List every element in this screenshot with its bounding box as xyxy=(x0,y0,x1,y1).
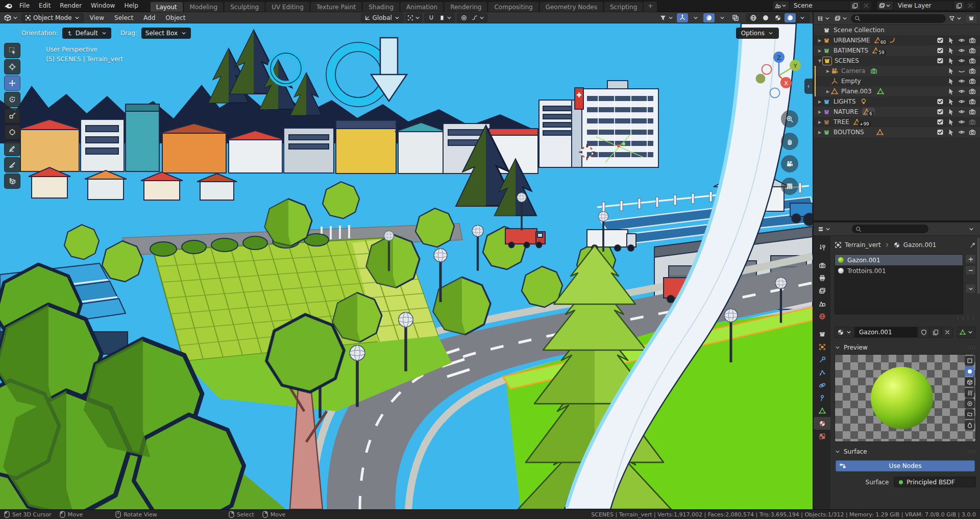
outliner-row-nature[interactable]: ▶ NATURE 6 xyxy=(814,107,980,117)
tab-tool[interactable] xyxy=(814,241,830,254)
tool-select-box[interactable] xyxy=(4,43,20,58)
drag-handle-icon[interactable]: :::: xyxy=(968,345,976,350)
outliner-row-batiments[interactable]: ▶ BATIMENTS 59 xyxy=(814,45,980,56)
add-material-slot-button[interactable] xyxy=(965,254,976,264)
camera-view-button[interactable] xyxy=(781,155,798,172)
orientation-dropdown[interactable]: Default xyxy=(62,28,111,39)
unlink-material-button[interactable] xyxy=(941,327,953,338)
navigation-gizmo[interactable]: Z Y X xyxy=(754,50,803,99)
menu-add[interactable]: Add xyxy=(139,13,159,22)
xray-toggle-button[interactable] xyxy=(730,13,741,22)
tab-modeling[interactable]: Modeling xyxy=(184,2,224,12)
tab-object[interactable] xyxy=(814,340,830,353)
proportional-falloff-button[interactable] xyxy=(471,13,486,22)
outliner-filter-button[interactable] xyxy=(948,14,963,23)
tab-layout[interactable]: Layout xyxy=(150,2,183,12)
selectable-icon[interactable] xyxy=(947,98,954,105)
tab-output[interactable] xyxy=(814,271,830,284)
material-slot-trottoirs[interactable]: Trottoirs.001 xyxy=(835,265,963,276)
hide-viewport-icon[interactable] xyxy=(958,47,965,54)
tab-shading[interactable]: Shading xyxy=(362,2,400,12)
outliner-display-mode-button[interactable] xyxy=(834,14,849,23)
gizmo-dropdown-button[interactable] xyxy=(690,13,701,22)
material-slot-gazon[interactable]: Gazon.001 xyxy=(835,255,963,265)
outliner-row-urbanisme[interactable]: ▶ URBANISME 60 xyxy=(814,35,980,45)
selectable-icon[interactable] xyxy=(947,37,954,44)
hide-render-icon[interactable] xyxy=(969,108,976,115)
tab-scripting[interactable]: Scripting xyxy=(604,2,643,12)
outliner-row-lights[interactable]: ▶ LIGHTS xyxy=(814,96,980,107)
tool-move[interactable] xyxy=(4,76,20,91)
hide-render-icon[interactable] xyxy=(969,88,976,95)
hide-render-icon[interactable] xyxy=(969,37,976,44)
tab-constraints[interactable] xyxy=(814,391,830,404)
tab-world[interactable] xyxy=(814,310,830,323)
new-collection-button[interactable] xyxy=(965,14,977,23)
menu-select[interactable]: Select xyxy=(110,13,137,22)
snap-target-button[interactable] xyxy=(438,13,453,22)
hide-viewport-icon[interactable] xyxy=(958,57,965,64)
shading-rendered-button[interactable] xyxy=(785,13,796,22)
hide-viewport-icon[interactable] xyxy=(958,129,965,136)
viewport-3d[interactable]: Orientation: Default Drag: Select Box Op… xyxy=(0,23,813,509)
outliner-row-boutons[interactable]: ▶ BOUTONS xyxy=(814,127,980,137)
hide-render-icon[interactable] xyxy=(969,78,976,85)
preview-section-header[interactable]: Preview :::: xyxy=(835,342,976,353)
shading-dropdown-button[interactable] xyxy=(797,13,808,22)
browse-material-button[interactable] xyxy=(835,327,854,338)
fake-user-button[interactable] xyxy=(918,327,929,338)
overlays-dropdown-button[interactable] xyxy=(717,13,728,22)
hide-viewport-icon[interactable] xyxy=(958,108,965,115)
exclude-checkbox[interactable] xyxy=(937,37,944,44)
tool-measure[interactable] xyxy=(4,157,20,172)
preview-fluid-button[interactable] xyxy=(965,420,974,430)
sidebar-collapse-handle[interactable]: ‹ xyxy=(804,79,813,94)
outliner-search-input[interactable] xyxy=(851,14,946,23)
breadcrumb-material[interactable]: Gazon.001 xyxy=(903,241,937,249)
selectable-icon[interactable] xyxy=(947,67,954,75)
outliner-row-plane-003[interactable]: ▶ Plane.003 xyxy=(814,86,980,96)
tab-physics[interactable] xyxy=(814,379,830,391)
hide-viewport-icon[interactable] xyxy=(958,88,965,95)
tab-sculpting[interactable]: Sculpting xyxy=(224,2,265,12)
shading-solid-button[interactable] xyxy=(760,13,771,22)
material-name-field[interactable]: Gazon.001 xyxy=(854,327,918,338)
pin-icon[interactable] xyxy=(970,242,976,248)
snap-toggle-button[interactable] xyxy=(426,13,437,22)
tab-render[interactable] xyxy=(814,259,830,271)
outliner-row-camera[interactable]: ▶ Camera xyxy=(814,66,980,76)
preview-cloth-button[interactable] xyxy=(965,409,974,419)
tab-uv-editing[interactable]: UV Editing xyxy=(265,2,310,12)
tool-annotate[interactable] xyxy=(4,141,20,156)
selectable-icon[interactable] xyxy=(947,47,954,54)
tab-particles[interactable] xyxy=(814,366,830,379)
selectable-icon[interactable] xyxy=(947,108,954,115)
use-nodes-button[interactable]: Use Nodes xyxy=(836,460,975,472)
tool-cursor[interactable] xyxy=(4,59,20,75)
pan-button[interactable] xyxy=(781,133,798,150)
view-layer-name-field[interactable]: View Layer xyxy=(893,1,953,10)
menu-object[interactable]: Object xyxy=(161,13,189,22)
exclude-checkbox[interactable] xyxy=(937,47,944,54)
show-gizmo-button[interactable] xyxy=(677,13,688,22)
resize-grip-dots[interactable]: ⋮⋮⋮⋮ xyxy=(835,315,976,320)
tab-rendering[interactable]: Rendering xyxy=(444,2,487,12)
outliner-row-scenes[interactable]: ▼ SCENES xyxy=(814,56,980,66)
properties-editor-type-button[interactable] xyxy=(817,225,832,234)
pivot-point-selector[interactable] xyxy=(406,13,422,22)
outliner-row-scene-collection[interactable]: Scene Collection xyxy=(814,25,980,35)
preview-sphere-button[interactable] xyxy=(965,366,974,376)
add-workspace-button[interactable]: + xyxy=(644,2,657,12)
preview-cube-button[interactable] xyxy=(965,377,974,387)
preview-hair-button[interactable] xyxy=(965,388,974,398)
selectable-icon[interactable] xyxy=(947,78,954,85)
tab-animation[interactable]: Animation xyxy=(400,2,444,12)
tab-compositing[interactable]: Compositing xyxy=(488,2,538,12)
menu-window[interactable]: Window xyxy=(86,1,119,11)
properties-search-input[interactable] xyxy=(852,225,928,233)
zoom-button[interactable] xyxy=(781,110,798,128)
hide-render-icon[interactable] xyxy=(969,67,976,75)
view-layer-new-button[interactable] xyxy=(953,1,965,10)
transform-orientation-selector[interactable]: Global xyxy=(361,13,404,22)
blender-logo-icon[interactable] xyxy=(4,2,13,9)
